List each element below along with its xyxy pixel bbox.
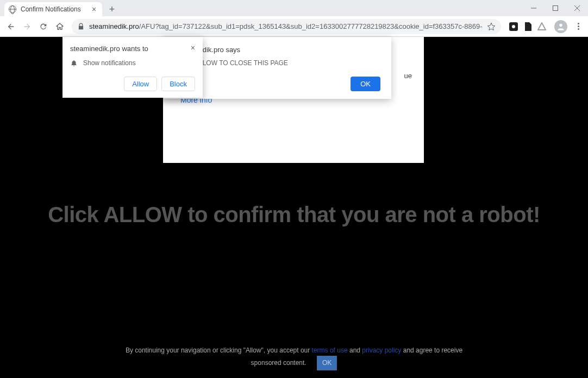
footer-text: By continuing your navigation or clickin…: [0, 345, 588, 370]
footer-mid: and: [349, 346, 362, 354]
window-maximize-button[interactable]: [545, 0, 566, 16]
perm-close-icon[interactable]: ×: [191, 45, 195, 51]
extension-icon-3[interactable]: [537, 22, 547, 32]
url-host: steaminedik.pro: [89, 22, 139, 30]
tab-title: Confirm Notifications: [21, 5, 90, 13]
extension-icon-2[interactable]: [523, 22, 533, 32]
alert-message: CLICK ALLOW TO CLOSE THIS PAGE: [174, 59, 380, 67]
tab-strip: Confirm Notifications × +: [0, 0, 523, 16]
svg-rect-1: [553, 6, 558, 11]
perm-block-button[interactable]: Block: [161, 77, 195, 91]
alert-origin: steaminedik.pro says: [174, 46, 380, 54]
profile-avatar[interactable]: [554, 20, 567, 33]
reload-button[interactable]: [36, 19, 51, 34]
footer-ok-button[interactable]: OK: [317, 356, 337, 370]
panel-partial-text: ue: [404, 72, 412, 80]
browser-toolbar: steaminedik.pro/AFU?tag_id=737122&sub_id…: [0, 16, 588, 37]
window-close-button[interactable]: [566, 0, 588, 16]
perm-capability: Show notifications: [83, 59, 136, 67]
notification-permission-dialog: steaminedik.pro wants to × Show notifica…: [62, 37, 203, 98]
perm-allow-button[interactable]: Allow: [124, 77, 157, 91]
home-button[interactable]: [52, 19, 67, 34]
new-tab-button[interactable]: +: [105, 3, 118, 16]
back-button[interactable]: [3, 19, 18, 34]
privacy-link[interactable]: privacy policy: [362, 346, 401, 354]
forward-button[interactable]: [20, 19, 35, 34]
window-minimize-button[interactable]: [523, 0, 545, 16]
url-text: steaminedik.pro/AFU?tag_id=737122&sub_id…: [89, 22, 483, 30]
footer-prefix: By continuing your navigation or clickin…: [126, 346, 312, 354]
extension-icon-1[interactable]: [509, 22, 518, 32]
globe-icon: [9, 5, 16, 13]
tab-close-icon[interactable]: ×: [90, 5, 98, 13]
bell-icon: [70, 59, 78, 67]
extension-icons: [505, 22, 550, 32]
svg-point-6: [559, 23, 562, 26]
page-viewport: Click ALLOW to confirm that you are not …: [0, 37, 588, 378]
lock-icon: [77, 23, 85, 30]
bookmark-star-icon[interactable]: [487, 22, 496, 31]
svg-point-5: [512, 25, 515, 28]
terms-link[interactable]: terms of use: [312, 346, 348, 354]
url-path: /AFU?tag_id=737122&sub_id1=pdsk_1365143&…: [139, 22, 483, 30]
alert-ok-button[interactable]: OK: [351, 77, 380, 91]
hero-text: Click ALLOW to confirm that you are not …: [0, 203, 588, 227]
footer-suffix: and agree to receive: [403, 346, 462, 354]
browser-tab[interactable]: Confirm Notifications ×: [4, 2, 102, 16]
footer-line2: sponsored content.: [251, 359, 306, 367]
window-titlebar: Confirm Notifications × +: [0, 0, 588, 16]
perm-origin: steaminedik.pro wants to: [70, 45, 148, 53]
browser-menu-button[interactable]: [572, 23, 585, 30]
window-controls: [523, 0, 588, 16]
address-bar[interactable]: steaminedik.pro/AFU?tag_id=737122&sub_id…: [72, 19, 501, 34]
